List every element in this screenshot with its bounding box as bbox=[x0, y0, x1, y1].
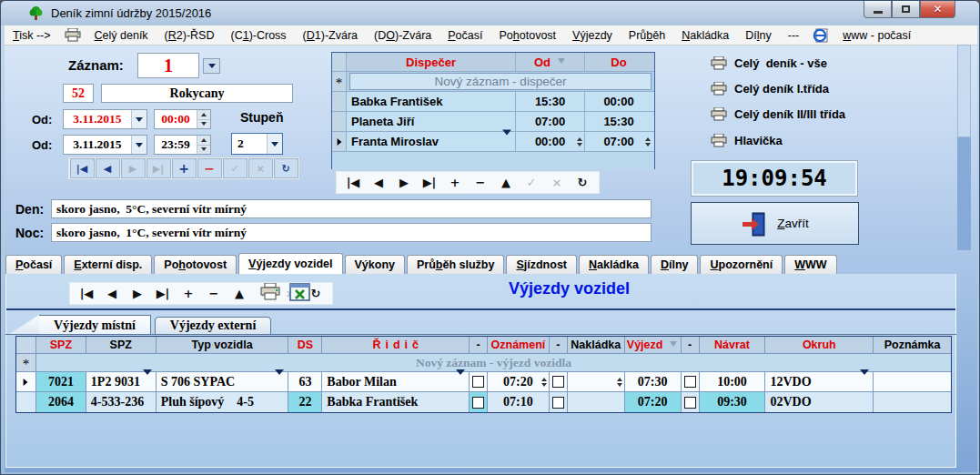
spz2-cell[interactable]: 4-533-236 bbox=[86, 392, 157, 412]
checkbox[interactable] bbox=[472, 376, 484, 388]
print-header-button[interactable]: Hlavička bbox=[711, 131, 783, 149]
first-record-button[interactable]: |◀ bbox=[340, 176, 366, 189]
restore-button[interactable] bbox=[892, 1, 920, 18]
typ-cell[interactable]: S 706 SYPAC bbox=[157, 372, 289, 391]
insert-record-button[interactable]: + bbox=[442, 176, 468, 189]
typ-vozidla-column-header[interactable]: Typ vozidla bbox=[157, 337, 289, 353]
dispatcher-od-cell[interactable]: 00:00 bbox=[516, 132, 585, 151]
menu-item-cely-denik[interactable]: Celý deník bbox=[86, 29, 157, 42]
menu-item-prubeh[interactable]: Průběh bbox=[621, 29, 673, 42]
filter-icon[interactable] bbox=[558, 58, 566, 66]
dispatcher-name-cell[interactable]: Babka František bbox=[347, 92, 516, 111]
flag2-cell[interactable] bbox=[550, 392, 568, 412]
nakladka-column-header[interactable]: Nakládka bbox=[568, 337, 625, 353]
internet-explorer-icon[interactable] bbox=[807, 28, 834, 43]
close-button[interactable]: ✕ bbox=[920, 1, 955, 18]
delete-record-button[interactable]: − bbox=[197, 158, 222, 178]
navrat-cell[interactable]: 10:00 bbox=[700, 372, 766, 391]
subtab-vyjezdy-externi[interactable]: Výjezdy externí bbox=[155, 317, 271, 335]
dispatcher-do-cell[interactable]: 15:30 bbox=[585, 112, 652, 131]
chevron-down-icon[interactable] bbox=[267, 134, 282, 154]
dispatcher-od-cell[interactable]: 07:00 bbox=[516, 112, 585, 131]
oznameni-cell[interactable]: 07:10 bbox=[488, 392, 550, 412]
prior-record-button[interactable]: ◀ bbox=[99, 287, 125, 300]
dash-column-header[interactable]: - bbox=[682, 337, 700, 353]
chevron-down-icon[interactable] bbox=[860, 375, 869, 389]
to-time-spinner[interactable]: 23:59 bbox=[154, 135, 211, 155]
tab-pocasi[interactable]: Počasí bbox=[5, 255, 62, 274]
dispatcher-name-cell[interactable]: Planeta Jiří bbox=[347, 112, 516, 131]
menu-item-r2-rsd[interactable]: (R2)-ŘSD bbox=[157, 29, 223, 42]
ds-cell[interactable]: 63 bbox=[288, 372, 322, 391]
od-column-header[interactable]: Od bbox=[516, 53, 585, 71]
dispatcher-od-cell[interactable]: 15:30 bbox=[516, 92, 585, 111]
tab-www[interactable]: WWW bbox=[784, 255, 836, 274]
filter-icon[interactable] bbox=[670, 341, 678, 349]
menu-item-nakladka[interactable]: Nakládka bbox=[673, 29, 737, 42]
print-grid-icon[interactable] bbox=[260, 283, 280, 300]
last-record-button[interactable]: ▶| bbox=[146, 158, 171, 178]
dispatcher-new-row-label[interactable]: Nový záznam - dispečer bbox=[349, 73, 652, 90]
first-record-button[interactable]: |◀ bbox=[74, 287, 99, 300]
tab-sjizdnost[interactable]: Sjízdnost bbox=[506, 255, 577, 274]
scrollbar-thumb[interactable] bbox=[957, 45, 971, 137]
dispatcher-row[interactable]: Babka František 15:30 00:00 bbox=[332, 92, 654, 112]
spinner-buttons[interactable] bbox=[197, 110, 210, 128]
spz2-column-header[interactable]: SPZ bbox=[86, 337, 157, 353]
checkbox[interactable] bbox=[552, 397, 564, 409]
dispatcher-do-cell[interactable]: 07:00 bbox=[585, 132, 652, 151]
flag1-cell[interactable] bbox=[470, 392, 488, 412]
delete-record-button[interactable]: − bbox=[201, 287, 227, 300]
menu-item-vyjezdy[interactable]: Výjezdy bbox=[564, 29, 621, 42]
ds-column-header[interactable]: DS bbox=[288, 337, 322, 353]
typ-cell[interactable]: Pluh šípový 4-5 bbox=[157, 392, 289, 412]
dispatcher-new-row[interactable]: Nový záznam - dispečer bbox=[332, 72, 654, 92]
first-record-button[interactable]: |◀ bbox=[70, 158, 95, 178]
dispatcher-row[interactable]: Planeta Jiří 07:00 15:30 bbox=[332, 112, 654, 132]
poznamka-column-header[interactable]: Poznámka bbox=[874, 337, 951, 353]
tab-dilny[interactable]: Dílny bbox=[651, 255, 699, 274]
ridic-cell[interactable]: Babor Milan bbox=[322, 372, 470, 391]
chevron-down-icon[interactable] bbox=[131, 110, 146, 128]
vyjezd-cell[interactable]: 07:30 bbox=[625, 372, 682, 391]
spz1-column-header[interactable]: SPZ bbox=[36, 337, 86, 353]
vyjezd-column-header[interactable]: Výjezd bbox=[625, 337, 682, 353]
edit-record-button[interactable]: ▲ bbox=[227, 287, 252, 300]
last-record-button[interactable]: ▶| bbox=[417, 176, 442, 189]
print-class1-button[interactable]: Celý deník I.třída bbox=[711, 79, 829, 97]
oznameni-column-header[interactable]: Oznámení bbox=[488, 337, 550, 353]
chevron-down-icon[interactable] bbox=[275, 375, 284, 389]
poznamka-cell[interactable] bbox=[874, 372, 951, 391]
vyjezd-cell[interactable]: 07:20 bbox=[625, 392, 682, 412]
flag1-cell[interactable] bbox=[470, 372, 488, 391]
chevron-down-icon[interactable] bbox=[143, 375, 152, 389]
subtab-vyjezdy-mistni[interactable]: Výjezdy místní bbox=[39, 315, 151, 335]
vehicle-row[interactable]: 2064 4-533-236 Pluh šípový 4-5 22 Babka … bbox=[16, 392, 951, 412]
refresh-record-button[interactable]: ↻ bbox=[274, 158, 298, 178]
record-number-field[interactable]: 1 bbox=[137, 53, 199, 78]
tab-vyjezdy-vozidel[interactable]: Výjezdy vozidel bbox=[238, 253, 342, 274]
district-code-field[interactable]: 52 bbox=[63, 84, 94, 103]
last-record-button[interactable]: ▶| bbox=[150, 287, 176, 300]
ridic-cell[interactable]: Babka František bbox=[322, 392, 470, 412]
insert-record-button[interactable]: + bbox=[172, 158, 197, 178]
okruh-cell[interactable]: 12VDO bbox=[765, 372, 874, 391]
ridic-column-header[interactable]: Řidič bbox=[322, 337, 470, 353]
spinner-icon[interactable] bbox=[617, 374, 622, 389]
spinner-icon[interactable] bbox=[541, 374, 547, 389]
from-date-combo[interactable]: 3.11.2015 bbox=[63, 109, 147, 129]
prior-record-button[interactable]: ◀ bbox=[366, 176, 391, 189]
post-record-button[interactable]: ✓ bbox=[223, 158, 248, 178]
menu-item-pohotovost[interactable]: Pohotovost bbox=[491, 29, 565, 42]
menu-item-dilny[interactable]: Dílny bbox=[737, 29, 779, 42]
oznameni-cell[interactable]: 07:20 bbox=[488, 372, 550, 391]
tab-vykony[interactable]: Výkony bbox=[345, 255, 405, 274]
level-combo[interactable]: 2 bbox=[231, 133, 283, 155]
nakladka-cell[interactable] bbox=[568, 372, 625, 391]
vehicle-new-row-label[interactable]: Nový záznam - výjezd vozidla bbox=[36, 354, 951, 371]
night-weather-field[interactable]: skoro jasno, 1°C, severní vítr mírný bbox=[51, 223, 652, 242]
dispatcher-column-header[interactable]: Dispečer bbox=[347, 53, 516, 71]
dispatcher-do-cell[interactable]: 00:00 bbox=[585, 92, 652, 111]
zavrit-button[interactable]: Zavřít bbox=[691, 202, 859, 245]
checkbox[interactable] bbox=[552, 376, 564, 388]
